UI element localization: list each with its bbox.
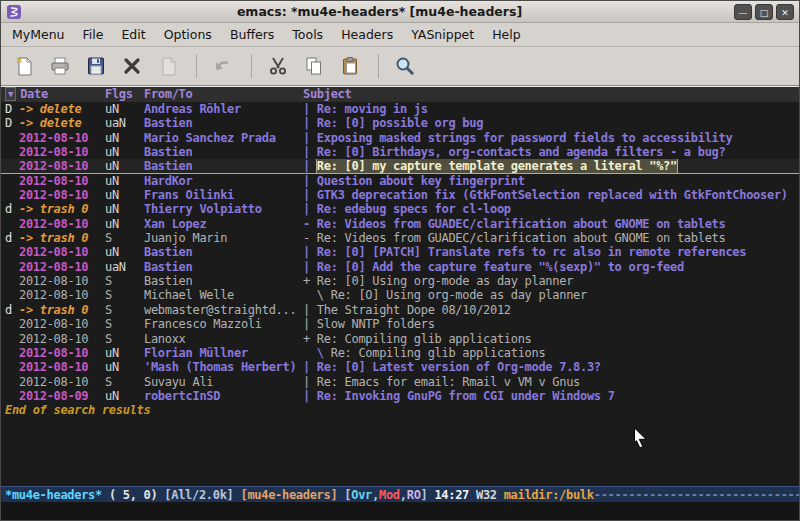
subject-text: Re: [0] possible org bug: [317, 116, 483, 130]
menu-headers[interactable]: Headers: [332, 24, 402, 45]
message-row[interactable]: 2012-08-10uaNBastien| Re: [0] Add the ca…: [1, 260, 799, 274]
minimize-button[interactable]: —: [734, 4, 752, 20]
date-cell: -> trash 0: [19, 303, 105, 317]
message-row[interactable]: D-> deleteuaNBastien| Re: [0] possible o…: [1, 116, 799, 130]
flags-cell: S: [105, 375, 144, 389]
search-icon[interactable]: [388, 51, 422, 82]
mark-cell: [5, 360, 19, 374]
subject-cell: | Re: [0] Birthdays, org-contacts and ag…: [303, 145, 799, 159]
subject-cell: + Re: Compiling glib applications: [303, 332, 799, 346]
subject-text: Re: [0] my capture template generates a …: [317, 159, 677, 172]
mode-line[interactable]: *mu4e-headers* ( 5, 0) [All/2.0k] [mu4e-…: [1, 486, 799, 502]
from-cell: Bastien: [144, 245, 303, 259]
message-row[interactable]: 2012-08-09uNrobertcInSD| Re: Invoking Gn…: [1, 389, 799, 403]
message-row[interactable]: 2012-08-10uNFlorian Müllner \ Re: Compil…: [1, 346, 799, 360]
subject-text: Re: edebug specs for cl-loop: [317, 202, 511, 216]
subject-text: Re: [0] Birthdays, org-contacts and agen…: [317, 145, 726, 159]
from-cell: Bastien: [144, 116, 303, 130]
flags-cell: S: [105, 231, 144, 245]
buffer-area: ▼Date Flgs From/To Subject D-> deleteuNA…: [1, 86, 799, 486]
maximize-button[interactable]: □: [755, 4, 773, 20]
modeline-filler: ----------------------------------: [594, 488, 799, 502]
from-cell: 'Mash (Thomas Herbert): [144, 360, 303, 374]
subject-cell: | Slow NNTP folders: [303, 317, 799, 331]
copy-icon[interactable]: [297, 51, 331, 82]
flags-cell: uN: [105, 145, 144, 159]
from-cell: Bastien: [144, 159, 303, 172]
from-cell: Suvayu Ali: [144, 375, 303, 389]
message-row[interactable]: 2012-08-10SSuvayu Ali| Re: Emacs for ema…: [1, 375, 799, 389]
from-cell: Florian Müllner: [144, 346, 303, 360]
subject-cell: | Re: [0] my capture template generates …: [303, 159, 799, 172]
flags-cell: uN: [105, 159, 144, 172]
message-row[interactable]: 2012-08-10uNBastien| Re: [0] my capture …: [1, 159, 799, 173]
thread-indicator: |: [303, 131, 317, 145]
message-row[interactable]: d-> trash 0SJuanjo Marin- Re: Videos fro…: [1, 231, 799, 245]
subject-cell: | Question about key fingerprint: [303, 174, 799, 188]
mark-cell: [5, 188, 19, 202]
subject-cell: | Re: [0] [PATCH] Translate refs to rc a…: [303, 245, 799, 259]
message-row[interactable]: 2012-08-10SBastien+ Re: [0] Using org-mo…: [1, 274, 799, 288]
column-subject[interactable]: Subject: [303, 87, 799, 102]
subject-cell: | Re: Invoking GnuPG from CGI under Wind…: [303, 389, 799, 403]
close-button[interactable]: ✕: [776, 4, 794, 20]
menu-help[interactable]: Help: [483, 24, 530, 45]
message-row[interactable]: 2012-08-10uNHardKor| Question about key …: [1, 174, 799, 188]
mark-cell: [5, 131, 19, 145]
message-row[interactable]: D-> deleteuNAndreas Röhler| Re: moving i…: [1, 102, 799, 116]
subject-cell: - Re: Videos from GUADEC/clarification a…: [303, 217, 799, 231]
minibuffer[interactable]: [1, 502, 799, 520]
menu-buffers[interactable]: Buffers: [221, 24, 283, 45]
message-row[interactable]: d-> trash 0uNThierry Volpiatto| Re: edeb…: [1, 202, 799, 216]
menu-tools[interactable]: Tools: [283, 24, 332, 45]
from-cell: Bastien: [144, 145, 303, 159]
date-cell: 2012-08-10: [19, 288, 105, 302]
column-from[interactable]: From/To: [144, 87, 303, 102]
close-buffer-icon[interactable]: [115, 51, 149, 82]
mark-cell: [5, 174, 19, 188]
thread-indicator: |: [303, 245, 317, 259]
message-row[interactable]: d-> trash 0Swebmaster@straightd...| The …: [1, 303, 799, 317]
cut-icon[interactable]: [261, 51, 295, 82]
message-row[interactable]: 2012-08-10uNMario Sanchez Prada| Exposin…: [1, 131, 799, 145]
from-cell: Francesco Mazzoli: [144, 317, 303, 331]
thread-indicator: |: [303, 116, 317, 130]
date-cell: 2012-08-10: [19, 360, 105, 374]
save-icon[interactable]: [79, 51, 113, 82]
mark-cell: d: [5, 202, 19, 216]
message-row[interactable]: 2012-08-10uNBastien| Re: [0] Birthdays, …: [1, 145, 799, 159]
menu-edit[interactable]: Edit: [112, 24, 154, 45]
date-cell: 2012-08-10: [19, 217, 105, 231]
message-row[interactable]: 2012-08-10SFrancesco Mazzoli| Slow NNTP …: [1, 317, 799, 331]
print-icon[interactable]: [43, 51, 77, 82]
message-row[interactable]: 2012-08-10SMichael Welle \ Re: [O] Using…: [1, 288, 799, 302]
column-date[interactable]: ▼Date: [5, 87, 105, 102]
thread-indicator: +: [303, 274, 317, 288]
flags-cell: S: [105, 288, 144, 302]
menu-mymenu[interactable]: MyMenu: [3, 24, 74, 45]
menu-yasnippet[interactable]: YASnippet: [402, 24, 483, 45]
message-row[interactable]: 2012-08-10uNBastien| Re: [0] [PATCH] Tra…: [1, 245, 799, 259]
menu-options[interactable]: Options: [155, 24, 221, 45]
new-file-icon[interactable]: [7, 51, 41, 82]
mark-cell: [5, 145, 19, 159]
message-row[interactable]: 2012-08-10uNFrans Oilinki| GTK3 deprecat…: [1, 188, 799, 202]
date-cell: 2012-08-10: [19, 145, 105, 159]
menu-file[interactable]: File: [74, 24, 113, 45]
mark-cell: d: [5, 303, 19, 317]
modeline-time: 14:27: [434, 488, 469, 502]
message-row[interactable]: 2012-08-10uNXan Lopez- Re: Videos from G…: [1, 217, 799, 231]
from-cell: Michael Welle: [144, 288, 303, 302]
message-row[interactable]: 2012-08-10uN'Mash (Thomas Herbert)| Re: …: [1, 360, 799, 374]
from-cell: Thierry Volpiatto: [144, 202, 303, 216]
subject-text: Re: [0] Using org-mode as day planner: [317, 274, 573, 288]
thread-indicator: -: [303, 231, 317, 245]
mouse-cursor: [633, 427, 648, 451]
paste-icon[interactable]: [333, 51, 367, 82]
from-cell: Xan Lopez: [144, 217, 303, 231]
column-flags[interactable]: Flgs: [105, 87, 144, 102]
message-row[interactable]: 2012-08-10SLanoxx+ Re: Compiling glib ap…: [1, 332, 799, 346]
flags-cell: uaN: [105, 260, 144, 274]
flags-cell: uaN: [105, 116, 144, 130]
mark-cell: [5, 375, 19, 389]
